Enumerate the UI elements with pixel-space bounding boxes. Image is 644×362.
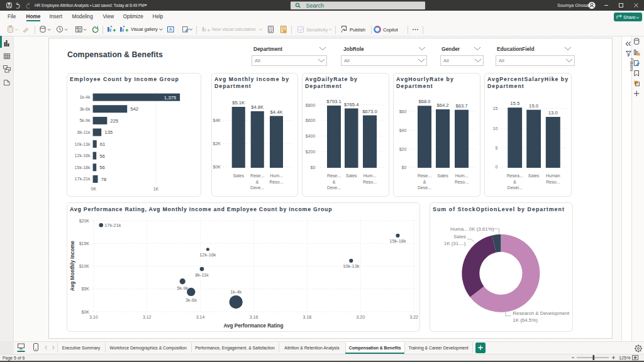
svg-text:$64.2: $64.2 (436, 102, 448, 108)
svg-text:$68.0: $68.0 (418, 99, 430, 104)
svg-text:Publish: Publish (350, 27, 365, 33)
svg-text:17k-21k: 17k-21k (104, 222, 121, 228)
svg-text:Hum...: Hum... (270, 173, 283, 178)
svg-text:Deve...: Deve... (327, 185, 341, 190)
svg-text:Human: Human (546, 173, 560, 178)
svg-text:56: 56 (99, 153, 105, 159)
svg-text:&: & (333, 180, 336, 184)
svg-text:Devel...: Devel... (508, 185, 523, 190)
svg-text:Hum...: Hum... (364, 173, 377, 178)
svg-text:12k-16k: 12k-16k (199, 252, 216, 258)
svg-text:Deve...: Deve... (250, 185, 264, 190)
svg-text:$793.1: $793.1 (326, 99, 341, 104)
svg-text:225: 225 (110, 118, 118, 124)
svg-text:10k-13k: 10k-13k (343, 263, 360, 269)
svg-text:Sales: Sales (346, 173, 357, 178)
svg-text:78: 78 (101, 177, 107, 182)
svg-text:3.12: 3.12 (143, 315, 152, 319)
svg-text:$5K: $5K (82, 287, 90, 291)
svg-text:$0K: $0K (213, 165, 221, 169)
svg-text:Rese...: Rese... (418, 173, 431, 178)
svg-text:Avg Performance Rating: Avg Performance Rating (223, 323, 283, 329)
svg-text:135: 135 (104, 129, 113, 135)
svg-text:Reso...: Reso... (546, 180, 560, 184)
svg-text:Avg Monthly Income: Avg Monthly Income (70, 241, 75, 291)
svg-text:3k-6k: 3k-6k (79, 107, 91, 111)
svg-text:$673.0: $673.0 (362, 109, 377, 114)
svg-text:Reso...: Reso... (269, 180, 283, 184)
svg-text:0: 0 (495, 165, 497, 169)
svg-text:15.5: 15.5 (510, 101, 519, 106)
svg-text:Rese...: Rese... (327, 173, 341, 178)
svg-text:15: 15 (493, 106, 498, 111)
svg-text:Sensitivity: Sensitivity (306, 27, 328, 33)
svg-text:3.14: 3.14 (196, 315, 205, 319)
svg-text:3.20: 3.20 (356, 315, 365, 319)
svg-text:Copilot: Copilot (383, 27, 399, 33)
svg-text:12k-16k: 12k-16k (75, 153, 91, 158)
svg-text:Reso...: Reso... (455, 180, 469, 184)
svg-text:$15K: $15K (79, 241, 90, 246)
svg-text:$765.4: $765.4 (344, 102, 359, 107)
svg-text:3.10: 3.10 (89, 315, 98, 319)
svg-text:&: & (513, 180, 516, 184)
svg-text:Share: Share (623, 14, 636, 20)
svg-text:$63.7: $63.7 (455, 103, 467, 109)
svg-text:1K (31....): 1K (31....) (444, 241, 466, 246)
svg-text:5: 5 (495, 146, 497, 150)
svg-text:Rese...: Rese... (250, 173, 264, 178)
svg-text:Deve...: Deve... (418, 185, 431, 190)
svg-text:$400: $400 (306, 134, 316, 138)
svg-text:Reso...: Reso... (363, 180, 377, 184)
svg-text:56: 56 (99, 165, 105, 170)
svg-text:Sales: Sales (528, 173, 540, 178)
svg-text:New visual calculation: New visual calculation (212, 27, 256, 32)
svg-text:$4.8K: $4.8K (251, 104, 264, 110)
svg-text:Hum...: Hum... (455, 173, 469, 178)
svg-text:3.16: 3.16 (250, 315, 258, 319)
svg-text:$2K: $2K (213, 141, 221, 146)
svg-text:$0: $0 (311, 165, 316, 170)
svg-text:$20K: $20K (79, 219, 90, 223)
svg-text:17k-21k: 17k-21k (75, 177, 91, 181)
svg-text:$200: $200 (306, 150, 316, 154)
svg-text:$10K: $10K (79, 264, 90, 268)
svg-text:1K: 1K (153, 187, 159, 191)
svg-text:$40: $40 (399, 128, 407, 133)
svg-text:Visual gallery: Visual gallery (131, 26, 158, 32)
svg-text:Research & Development: Research & Development (513, 310, 570, 316)
svg-text:15.0: 15.0 (529, 103, 538, 109)
svg-text:1k-4k: 1k-4k (79, 95, 91, 99)
svg-text:5k-9k: 5k-9k (177, 285, 188, 291)
svg-text:0K: 0K (91, 187, 97, 191)
svg-text:125%: 125% (619, 355, 631, 361)
svg-text:8k-11k: 8k-11k (195, 272, 209, 278)
svg-text:542: 542 (130, 106, 138, 112)
svg-text:10k-13k: 10k-13k (75, 142, 91, 146)
svg-text:$4.4K: $4.4K (270, 109, 283, 115)
svg-text:13.0: 13.0 (548, 110, 558, 116)
svg-text:1k-4k: 1k-4k (230, 289, 242, 295)
svg-text:3k-6k: 3k-6k (186, 297, 197, 303)
svg-text:10: 10 (493, 126, 498, 131)
svg-text:15k-18k: 15k-18k (75, 165, 91, 170)
svg-text:$600: $600 (306, 118, 316, 123)
svg-text:$60: $60 (399, 109, 407, 114)
svg-text:1K (64.5%): 1K (64.5%) (513, 317, 538, 323)
svg-text:8k-11k: 8k-11k (77, 130, 91, 134)
svg-text:$0K: $0K (82, 310, 90, 314)
svg-text:Huma... 0K (3.61%): Huma... 0K (3.61%) (450, 226, 494, 232)
svg-text:Sales: Sales (453, 234, 466, 239)
svg-text:5k-9k: 5k-9k (79, 118, 91, 123)
svg-text:&: & (423, 180, 426, 184)
svg-text:$5.1K: $5.1K (232, 100, 245, 106)
svg-text:$4K: $4K (213, 118, 221, 123)
svg-text:1,375: 1,375 (164, 95, 176, 101)
svg-text:Sales: Sales (437, 173, 448, 178)
svg-text:Sales: Sales (233, 173, 244, 178)
svg-text:A: A (169, 27, 172, 31)
svg-text:$20: $20 (399, 147, 407, 151)
svg-text:15k-18k: 15k-18k (389, 238, 406, 244)
svg-text:&: & (256, 180, 259, 184)
svg-text:3.18: 3.18 (303, 315, 312, 319)
